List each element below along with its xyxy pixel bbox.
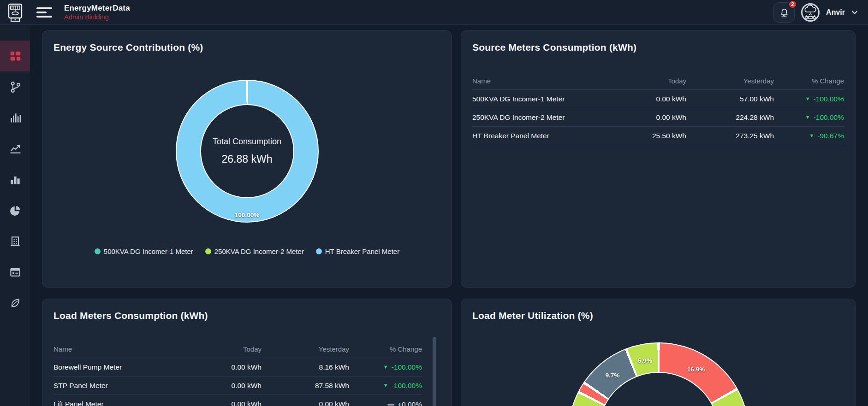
energy-source-donut-chart[interactable]: Total Consumption 26.88 kWh 100.00% [176,80,319,223]
legend-label: HT Breaker Panel Meter [325,247,399,255]
total-consumption-label: Total Consumption [213,137,281,147]
slice-data-label: 9.7% [606,372,620,379]
table-header-row: NameTodayYesterday% Change [472,72,844,90]
slice-data-label: 100.00% [235,212,259,218]
dashboard-content: Energy Source Contribution (%) Total Con… [30,25,868,406]
legend-item[interactable]: 500KVA DG Incomer-1 Meter [95,247,193,255]
column-header: % Change [774,77,844,85]
legend-label: 500KVA DG Incomer-1 Meter [104,247,193,255]
card-title: Source Meters Consumption (kWh) [461,31,855,53]
topbar: EnergyMeterData Admin Biulding 2 [0,0,868,25]
energy-meter-icon [7,3,24,22]
user-menu-name[interactable]: Anvir [826,8,845,17]
column-header: Name [472,77,599,85]
topbar-right: 2 Anvir [773,2,868,23]
percent-change-cell: ▼-100.00% [349,363,422,371]
triangle-down-icon: ▼ [805,96,810,101]
value-cell: 25.50 kWh [599,132,686,140]
table-row: STP Panel Meter0.00 kWh87.58 kWh▼-100.00… [54,377,422,395]
load-utilization-donut-chart[interactable]: 16.9%9.7%5.9% [568,342,749,406]
card-title: Load Meter Utilization (%) [461,299,855,321]
table-row: Lift Panel Meter0.00 kWh0.00 kWh+0.00% [54,395,422,406]
meter-name-cell: 250KVA DG Incomer-2 Meter [472,113,599,122]
percent-change-cell: ▼-90.67% [774,131,844,140]
sidebar [0,25,30,406]
git-branch-icon [9,81,22,94]
chart-legend: 500KVA DG Incomer-1 Meter250KVA DG Incom… [42,247,452,255]
value-cell: 0.00 kWh [174,363,262,371]
leaf-icon [9,297,22,310]
legend-item[interactable]: HT Breaker Panel Meter [316,247,399,255]
triangle-down-icon: ▼ [809,133,814,138]
value-cell: 273.25 kWh [686,132,774,140]
value-cell: 0.00 kWh [599,113,686,122]
table-header-row: NameTodayYesterday% Change [54,341,422,358]
value-cell: 0.00 kWh [262,400,349,406]
card-load-meter-utilization: Load Meter Utilization (%) 16.9%9.7%5.9% [461,299,856,406]
card-energy-source-contribution: Energy Source Contribution (%) Total Con… [42,30,452,288]
table-row: 250KVA DG Incomer-2 Meter0.00 kWh224.28 … [472,108,844,127]
title-block: EnergyMeterData Admin Biulding [64,3,130,21]
app-logo [0,3,30,22]
sidebar-item-sustainability[interactable] [0,288,30,318]
percent-change-cell: ▼-100.00% [774,94,844,103]
dashboard-grid-icon [8,49,22,63]
legend-item[interactable]: 250KVA DG Incomer-2 Meter [205,247,304,255]
archive-box-icon [9,266,22,279]
iot-cloud-logo-icon [803,5,818,20]
meter-name-cell: HT Breaker Panel Meter [472,132,599,140]
column-header: Yesterday [262,345,349,353]
legend-dot [205,248,211,254]
legend-label: 250KVA DG Incomer-2 Meter [214,247,304,255]
card-title: Energy Source Contribution (%) [42,31,452,53]
legend-dot [316,248,322,254]
percent-change-cell: ▼-100.00% [774,113,844,122]
sidebar-item-consumption[interactable] [0,164,30,195]
chevron-down-icon[interactable] [851,10,858,15]
value-cell: 224.28 kWh [686,113,774,122]
meter-name-cell: Lift Panel Meter [54,400,174,406]
bar-chart-thin-icon [9,112,22,124]
sidebar-item-bar-report[interactable] [0,102,30,133]
column-header: Today [599,77,686,85]
value-cell: 0.00 kWh [174,400,262,406]
source-meters-table: NameTodayYesterday% Change500KVA DG Inco… [472,72,844,145]
table-row: HT Breaker Panel Meter25.50 kWh273.25 kW… [472,127,844,145]
building-icon [9,235,22,248]
sidebar-item-trend[interactable] [0,133,30,164]
table-row: Borewell Pump Meter0.00 kWh8.16 kWh▼-100… [54,358,422,377]
avatar[interactable] [801,3,820,22]
value-cell: 87.58 kWh [262,382,349,390]
legend-dot [95,248,101,254]
sidebar-item-archive[interactable] [0,257,30,288]
value-cell: 8.16 kWh [262,363,349,371]
bell-icon [779,7,790,18]
bar-chart-solid-icon [9,173,22,186]
sidebar-item-building[interactable] [0,226,30,257]
triangle-down-icon: ▼ [383,382,388,388]
table-scrollbar[interactable] [433,337,436,406]
meter-name-cell: 500KVA DG Incomer-1 Meter [472,95,599,103]
sidebar-item-dashboard[interactable] [0,41,30,71]
value-cell: 0.00 kWh [599,95,686,103]
building-subtitle: Admin Biulding [64,13,130,21]
donut-center-text: Total Consumption 26.88 kWh [176,80,319,223]
notification-count-badge: 2 [788,0,797,9]
table-row: 500KVA DG Incomer-1 Meter0.00 kWh57.00 k… [472,90,844,108]
triangle-down-icon: ▼ [383,364,388,370]
slice-data-label: 5.9% [638,357,652,364]
notifications-button[interactable]: 2 [773,2,795,23]
app-title: EnergyMeterData [64,3,130,13]
sidebar-item-git-branch[interactable] [0,71,30,102]
meter-name-cell: Borewell Pump Meter [54,363,174,371]
triangle-down-icon: ▼ [805,114,810,120]
column-header: Today [174,345,262,353]
meter-name-cell: STP Panel Meter [54,382,174,390]
sidebar-item-distribution[interactable] [0,195,30,226]
pie-chart-icon [9,204,22,217]
percent-change-cell: ▼-100.00% [349,381,422,390]
line-chart-icon [9,142,22,155]
menu-toggle-button[interactable] [30,3,58,22]
dash-flat-icon [387,404,394,406]
card-load-meters-consumption: Load Meters Consumption (kWh) NameTodayY… [42,299,452,406]
